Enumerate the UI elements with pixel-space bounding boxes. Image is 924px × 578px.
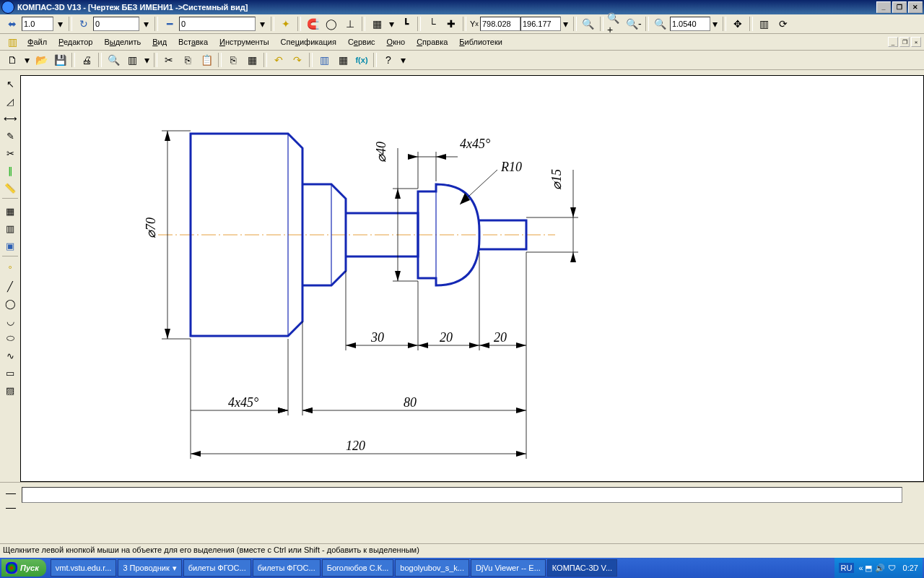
tool-dim[interactable]: ⟷: [1, 110, 19, 127]
line-style-icon[interactable]: ━: [161, 15, 178, 33]
help-dropdown[interactable]: ▾: [398, 51, 407, 69]
menu-tools[interactable]: Инструменты: [214, 35, 275, 48]
doc-icon[interactable]: ▥: [4, 33, 21, 51]
tray-expand-icon[interactable]: «: [858, 564, 863, 572]
angle-icon[interactable]: ↻: [75, 15, 92, 33]
rebuild-icon[interactable]: ▥: [756, 15, 773, 33]
menu-select[interactable]: Выделить: [98, 35, 147, 48]
mdi-close[interactable]: ×: [911, 37, 921, 47]
menu-libs[interactable]: Библиотеки: [453, 35, 508, 48]
drawing-canvas[interactable]: ⌀70 ⌀40 ⌀15 4x45° R10 30 20 20 80 120 4x…: [20, 75, 924, 482]
new-icon[interactable]: 🗋: [4, 51, 21, 69]
menu-editor[interactable]: Редактор: [53, 35, 98, 48]
menu-view[interactable]: Вид: [147, 35, 173, 48]
pan-icon[interactable]: ✥: [729, 15, 746, 33]
copy-props-icon[interactable]: ⎘: [225, 51, 242, 69]
menu-insert[interactable]: Вставка: [173, 35, 214, 48]
zoom-in-icon[interactable]: 🔍+: [606, 15, 624, 33]
tool-report[interactable]: ▥: [1, 220, 19, 237]
close-button[interactable]: ✕: [908, 1, 923, 13]
angle-dropdown[interactable]: ▾: [140, 15, 152, 33]
tray-icon[interactable]: 🛡: [888, 564, 896, 572]
angle-input[interactable]: [93, 17, 139, 31]
help-icon[interactable]: ?: [380, 51, 397, 69]
tool-point[interactable]: °: [1, 260, 19, 277]
ortho-icon[interactable]: └: [424, 15, 441, 33]
mdi-min[interactable]: _: [888, 37, 898, 47]
menu-help[interactable]: Справка: [411, 35, 453, 48]
task-item[interactable]: vmt.vstu.edu.r...: [51, 559, 117, 577]
panel-icon-1[interactable]: —: [4, 486, 18, 500]
tool-param[interactable]: ∥: [1, 162, 19, 179]
tool-views[interactable]: ▣: [1, 237, 19, 254]
grid-dropdown[interactable]: ▾: [387, 15, 396, 33]
props-icon[interactable]: ▥: [123, 51, 141, 69]
tracking-icon[interactable]: ✚: [443, 15, 460, 33]
menu-window[interactable]: Окно: [381, 35, 411, 48]
lang-indicator[interactable]: RU: [839, 563, 855, 573]
zoom-fit-icon[interactable]: 🔍: [580, 15, 597, 33]
tool-mark[interactable]: ✎: [1, 127, 19, 144]
fx-icon[interactable]: f(x): [353, 51, 370, 69]
step-icon[interactable]: ⬌: [4, 15, 21, 33]
minimize-button[interactable]: _: [876, 1, 891, 13]
grid-icon[interactable]: ▦: [368, 15, 385, 33]
snap-icon[interactable]: ✦: [277, 15, 295, 33]
menu-service[interactable]: Сервис: [342, 35, 381, 48]
system-tray[interactable]: RU « ⬒ 🔊 🛡 0:27: [834, 558, 923, 578]
task-item[interactable]: DjVu Viewer -- Е...: [471, 559, 546, 577]
tool-circle[interactable]: ◯: [1, 295, 19, 312]
task-item[interactable]: bogolyubov_s_k...: [395, 559, 469, 577]
task-item[interactable]: билеты ФГОС...: [253, 559, 321, 577]
scale-dropdown[interactable]: ▾: [54, 15, 66, 33]
menu-file[interactable]: ФФайлайл: [22, 35, 53, 48]
paste-props-icon[interactable]: ▦: [243, 51, 261, 69]
property-input[interactable]: [22, 487, 902, 503]
linestyle-dropdown[interactable]: ▾: [256, 15, 268, 33]
cut-icon[interactable]: ✂: [160, 51, 178, 69]
tray-icon[interactable]: ⬒: [865, 564, 872, 573]
open-icon[interactable]: 📂: [32, 51, 50, 69]
coord-y[interactable]: [520, 17, 561, 31]
task-item-active[interactable]: КОМПАС-3D V...: [547, 559, 617, 577]
clock[interactable]: 0:27: [903, 564, 918, 572]
refresh-icon[interactable]: ⟳: [775, 15, 792, 33]
task-item[interactable]: билеты ФГОС...: [183, 559, 251, 577]
redo-icon[interactable]: ↷: [289, 51, 306, 69]
tool-spline[interactable]: ∿: [1, 347, 19, 364]
tool-edit[interactable]: ✂: [1, 144, 19, 162]
menu-spec[interactable]: Спецификация: [275, 35, 342, 48]
tray-icon[interactable]: 🔊: [875, 564, 885, 573]
undo-icon[interactable]: ↶: [270, 51, 287, 69]
coord-dropdown[interactable]: ▾: [562, 15, 570, 33]
perp-icon[interactable]: ⊥: [341, 15, 359, 33]
panel-icon-2[interactable]: —: [4, 500, 18, 514]
save-icon[interactable]: 💾: [51, 51, 69, 69]
tool-rect[interactable]: ▭: [1, 364, 19, 381]
tool-hatch[interactable]: ▨: [1, 381, 19, 399]
mdi-restore[interactable]: ❐: [899, 37, 910, 47]
tool-ellipse[interactable]: ⬭: [1, 329, 19, 347]
linestyle-input[interactable]: [179, 17, 256, 31]
coord-x[interactable]: [480, 17, 520, 31]
tool-line[interactable]: ╱: [1, 277, 19, 295]
preview-icon[interactable]: 🔍: [105, 51, 122, 69]
task-item[interactable]: 3 Проводник▾: [118, 559, 181, 577]
views-icon[interactable]: ▦: [334, 51, 352, 69]
zoom-out-icon[interactable]: 🔍-: [625, 15, 642, 33]
print-icon[interactable]: 🖨: [78, 51, 95, 69]
tool-arc[interactable]: ◡: [1, 312, 19, 329]
tool-geometry[interactable]: ◿: [1, 92, 19, 110]
new-dropdown[interactable]: ▾: [22, 51, 31, 69]
tool-select[interactable]: ↖: [1, 75, 19, 92]
restore-button[interactable]: ❐: [892, 1, 907, 13]
copy-icon[interactable]: ⎘: [179, 51, 196, 69]
axis-icon[interactable]: ┗: [397, 15, 414, 33]
round-icon[interactable]: ◯: [323, 15, 340, 33]
props-dropdown[interactable]: ▾: [142, 51, 151, 69]
paste-icon[interactable]: 📋: [198, 51, 215, 69]
task-item[interactable]: Боголюбов С.К...: [322, 559, 394, 577]
layers-icon[interactable]: ▥: [315, 51, 333, 69]
scale-input[interactable]: [22, 17, 53, 31]
magnet-icon[interactable]: 🧲: [304, 15, 321, 33]
